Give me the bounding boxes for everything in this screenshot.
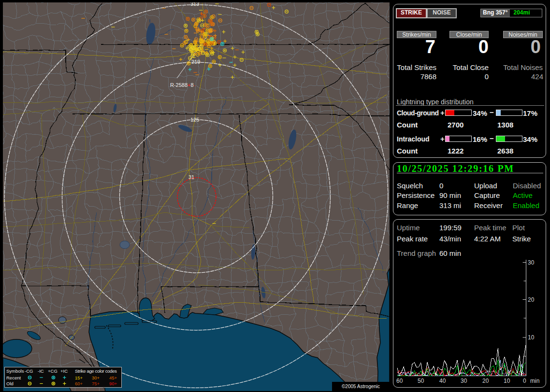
svg-text:+IC: +IC <box>60 368 68 374</box>
svg-text:15+: 15+ <box>75 375 83 380</box>
svg-text:-CG: -CG <box>25 368 33 374</box>
svg-text:31: 31 <box>188 174 194 180</box>
svg-text:Recent: Recent <box>6 375 21 380</box>
svg-text:30+: 30+ <box>92 375 100 380</box>
svg-text:90+: 90+ <box>109 381 117 386</box>
svg-text:R-2588+8-: R-2588+8- <box>170 82 196 88</box>
svg-text:+CG: +CG <box>48 368 58 374</box>
svg-text:219: 219 <box>191 59 200 65</box>
svg-text:Strike age color codes: Strike age color codes <box>75 368 117 374</box>
svg-text:Old: Old <box>6 381 14 386</box>
svg-text:-IC: -IC <box>38 368 44 374</box>
svg-text:75+: 75+ <box>92 381 100 386</box>
svg-text:60+: 60+ <box>75 381 83 386</box>
svg-text:45+: 45+ <box>109 375 117 380</box>
svg-text:Symbols: Symbols <box>6 368 24 374</box>
svg-text:125: 125 <box>190 117 199 123</box>
